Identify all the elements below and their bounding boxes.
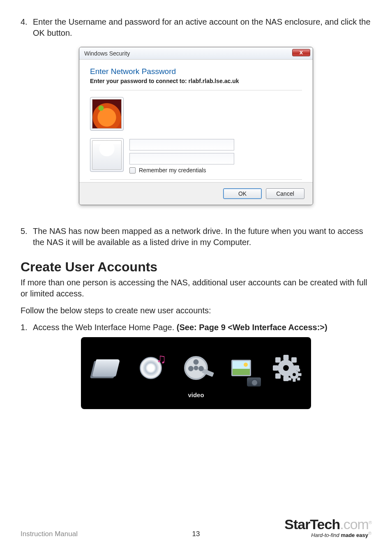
settings-app-icon[interactable] (272, 354, 300, 382)
create-step-1-ref: (See: Page 9 <Web Interface Access:>) (177, 323, 327, 332)
dialog-titlebar[interactable]: Windows Security x (79, 47, 313, 60)
create-step-1-number: 1. (21, 322, 33, 333)
username-input[interactable] (129, 139, 234, 150)
registered-mark: ® (369, 520, 371, 525)
step-4-number: 4. (21, 16, 33, 39)
flower-avatar-icon (92, 99, 122, 129)
generic-avatar-frame (90, 138, 124, 172)
remember-label: Remember my credentials (139, 167, 206, 174)
dialog-title: Windows Security (84, 50, 130, 57)
brand-logo: StarTech.com® (284, 516, 371, 532)
dialog-subtext: Enter your password to connect to: rlabf… (90, 78, 302, 84)
video-label: video (188, 391, 204, 398)
registered-mark-small: ® (368, 531, 371, 536)
film-reel-icon (184, 356, 208, 380)
tagline-a: Hard-to-find (311, 532, 341, 538)
remember-checkbox[interactable] (129, 167, 136, 174)
remember-row[interactable]: Remember my credentials (129, 167, 302, 174)
step-5-text: The NAS has now been mapped as a network… (33, 226, 371, 248)
section-paragraph-2: Follow the below steps to create new use… (21, 305, 371, 316)
credential-row: Remember my credentials (90, 138, 302, 174)
step-5: 5. The NAS has now been mapped as a netw… (21, 226, 371, 248)
dialog-separator (90, 90, 302, 90)
cancel-button[interactable]: Cancel (266, 188, 304, 199)
gear-small-icon (288, 368, 301, 381)
brand-name-b: .com (340, 516, 369, 532)
disc-icon (140, 357, 162, 379)
create-step-1-text-a: Access the Web Interface Home Page. (33, 323, 177, 332)
ok-button[interactable]: OK (223, 188, 262, 199)
folder-icon (92, 359, 120, 377)
create-step-1: 1. Access the Web Interface Home Page. (… (21, 322, 371, 333)
dialog-footer: OK Cancel (79, 183, 313, 205)
dialog-separator-2 (90, 179, 302, 180)
create-step-1-text: Access the Web Interface Home Page. (See… (33, 322, 371, 333)
windows-security-dialog: Windows Security x Enter Network Passwor… (79, 47, 313, 205)
page-footer: Instruction Manual 13 StarTech.com® Hard… (21, 516, 371, 538)
person-silhouette-icon (92, 140, 122, 170)
dialog-body: Enter Network Password Enter your passwo… (79, 60, 313, 183)
close-button[interactable]: x (292, 49, 310, 56)
section-heading: Create User Accounts (21, 259, 371, 275)
step-4-text: Enter the Username and password for an a… (33, 16, 371, 39)
page-number: 13 (192, 530, 200, 538)
brand-block: StarTech.com® Hard-to-find made easy® (284, 516, 371, 538)
photo-app-icon[interactable] (227, 354, 256, 382)
section-paragraph-1: If more than one person is accessing the… (21, 277, 371, 299)
web-interface-home: video (81, 337, 311, 409)
step-5-number: 5. (21, 226, 33, 248)
video-app-icon[interactable] (182, 354, 210, 382)
dialog-heading: Enter Network Password (90, 67, 302, 76)
manual-label: Instruction Manual (21, 530, 78, 538)
credential-inputs: Remember my credentials (129, 138, 302, 174)
account-avatar-frame (90, 97, 124, 131)
files-app-icon[interactable] (92, 354, 120, 382)
brand-name-a: StarTech (284, 516, 340, 532)
photo-frame-icon (231, 360, 251, 376)
step-4: 4. Enter the Username and password for a… (21, 16, 371, 39)
camera-icon (247, 377, 261, 386)
password-input[interactable] (129, 153, 234, 164)
tagline-b: made easy (341, 532, 368, 538)
web-ui-icon-row (92, 354, 300, 382)
current-account-row (90, 97, 302, 131)
music-app-icon[interactable] (137, 354, 166, 382)
